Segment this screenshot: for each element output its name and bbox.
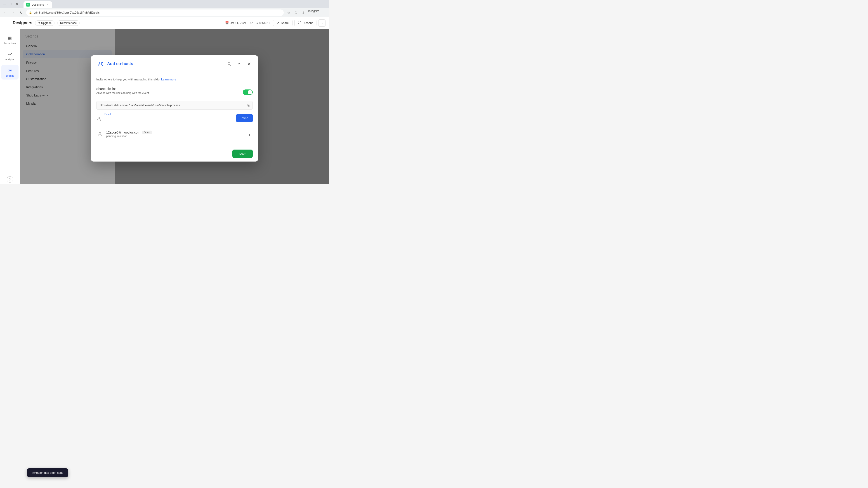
upgrade-button[interactable]: ⬆ Upgrade	[35, 20, 55, 26]
svg-line-5	[230, 65, 231, 66]
upgrade-icon: ⬆	[38, 22, 40, 25]
back-button[interactable]: ←	[4, 20, 10, 26]
close-window-button[interactable]: ✕	[14, 1, 20, 7]
present-icon: ⛶	[298, 21, 301, 25]
new-tab-button[interactable]: +	[53, 2, 59, 8]
app-container: ▦ Interactions Analytics Settings ?	[0, 29, 329, 184]
link-url-text: https://auth.slido.com/eu1/api/latest/th…	[100, 104, 246, 107]
sidebar-label-interactions: Interactions	[4, 42, 16, 45]
copy-link-button[interactable]: ⎘	[248, 103, 249, 107]
sidebar-label-analytics: Analytics	[5, 58, 14, 61]
bookmark-button[interactable]: ☆	[285, 9, 292, 16]
svg-point-7	[99, 132, 101, 134]
modal-backdrop: Add co-hosts	[20, 29, 329, 184]
shareable-link-sublabel: Anyone with the link can help with the e…	[96, 92, 150, 95]
email-input[interactable]	[104, 116, 234, 122]
save-button[interactable]: Save	[232, 150, 253, 158]
topbar-meta: 📅 Oct 11, 2024 🛡 # 8664816	[225, 21, 271, 25]
modal-header-actions: ✕	[225, 60, 253, 68]
forward-nav-button[interactable]: →	[10, 9, 16, 16]
tab-favicon: S	[26, 3, 30, 6]
url-text: admin.sli.do/event/8Goq3eqYCVaD6c1SPMVoE…	[34, 11, 281, 14]
invite-row: Email Invite	[96, 114, 253, 122]
sidebar-item-analytics[interactable]: Analytics	[1, 49, 19, 63]
email-input-group: Email	[104, 116, 234, 122]
invited-user-row: 12abce5@moodjoy.com Guest pending invita…	[96, 128, 253, 140]
left-sidebar: ▦ Interactions Analytics Settings ?	[0, 29, 20, 184]
maximize-button[interactable]: □	[8, 1, 13, 7]
modal-footer: Save	[91, 146, 258, 162]
svg-point-6	[98, 117, 100, 119]
reload-button[interactable]: ↻	[18, 9, 24, 16]
address-bar-row: ← → ↻ 🔒 admin.sli.do/event/8Goq3eqYCVaD6…	[0, 8, 329, 17]
invite-person-icon	[96, 116, 101, 122]
analytics-icon	[7, 51, 13, 57]
topbar-actions: ↗ Share ⛶ Present ···	[273, 20, 326, 27]
modal-title: Add co-hosts	[107, 61, 133, 66]
svg-point-4	[228, 63, 230, 65]
downloads-button[interactable]: ⬇	[300, 9, 306, 16]
learn-more-link[interactable]: Learn more	[161, 78, 176, 81]
user-options-button[interactable]: ⋮	[246, 131, 253, 137]
modal-title-row: Add co-hosts	[96, 60, 133, 68]
modal-description: Invite others to help you with managing …	[96, 77, 253, 82]
event-date: 📅 Oct 11, 2024	[225, 21, 246, 25]
user-info: 12abce5@moodjoy.com Guest pending invita…	[106, 131, 244, 138]
toggle-knob	[248, 90, 252, 94]
tab-close-button[interactable]: ✕	[46, 3, 49, 6]
shield-icon: 🛡	[250, 21, 253, 25]
browser-menu-button[interactable]: ⋮	[321, 9, 327, 16]
sidebar-item-settings[interactable]: Settings	[1, 65, 19, 79]
modal-search-button[interactable]	[225, 60, 233, 68]
email-label: Email	[104, 113, 111, 116]
address-bar[interactable]: 🔒 admin.sli.do/event/8Goq3eqYCVaD6c1SPMV…	[26, 9, 284, 16]
event-id: # 8664816	[256, 21, 270, 25]
back-nav-button[interactable]: ←	[2, 9, 8, 16]
sidebar-item-interactions[interactable]: ▦ Interactions	[1, 33, 19, 47]
modal-header: Add co-hosts	[91, 55, 258, 72]
tab-bar: S Designers ✕ +	[22, 0, 61, 8]
main-content: Settings General Collaboration Privacy ⓘ…	[20, 29, 329, 184]
active-tab[interactable]: S Designers ✕	[24, 1, 52, 8]
modal-close-button[interactable]: ✕	[246, 60, 253, 68]
new-interface-button[interactable]: New interface	[57, 20, 80, 26]
calendar-icon: 📅	[225, 21, 229, 25]
shareable-link-label: Shareable link	[96, 87, 150, 91]
browser-actions: ☆ ⬡ ⬇ Incognito ⋮	[285, 9, 327, 16]
modal-collapse-button[interactable]	[236, 60, 243, 68]
window-controls[interactable]: ─ □ ✕	[2, 1, 20, 7]
new-interface-label: New interface	[60, 22, 76, 25]
user-role-badge: Guest	[142, 131, 152, 134]
user-status: pending invitation	[106, 135, 244, 138]
extensions-button[interactable]: ⬡	[293, 9, 299, 16]
shareable-link-section: Shareable link Anyone with the link can …	[96, 87, 253, 97]
invite-button[interactable]: Invite	[236, 114, 253, 122]
tab-title: Designers	[32, 3, 44, 6]
incognito-label: Incognito	[307, 9, 320, 16]
help-button[interactable]: ?	[7, 176, 13, 183]
shareable-link-toggle[interactable]	[243, 90, 253, 95]
lock-icon: 🔒	[29, 11, 32, 14]
more-options-button[interactable]: ···	[318, 20, 326, 27]
sidebar-label-settings: Settings	[6, 74, 14, 77]
present-button[interactable]: ⛶ Present	[294, 20, 316, 26]
user-email: 12abce5@moodjoy.com	[106, 131, 140, 134]
app-title: Designers	[13, 21, 32, 25]
user-avatar-icon	[96, 131, 103, 138]
interactions-icon: ▦	[7, 35, 13, 41]
add-cohosts-modal: Add co-hosts	[91, 55, 258, 162]
user-email-row: 12abce5@moodjoy.com Guest	[106, 131, 244, 134]
settings-icon	[7, 67, 13, 74]
app-topbar: ← Designers ⬆ Upgrade New interface 📅 Oc…	[0, 17, 329, 29]
svg-point-0	[9, 70, 11, 71]
share-icon: ↗	[277, 21, 279, 25]
upgrade-label: Upgrade	[41, 22, 52, 25]
modal-body: Invite others to help you with managing …	[91, 72, 258, 146]
modal-person-icon	[96, 60, 104, 68]
browser-titlebar: ─ □ ✕ S Designers ✕ +	[0, 0, 329, 8]
minimize-button[interactable]: ─	[2, 1, 7, 7]
share-button[interactable]: ↗ Share	[273, 20, 292, 26]
shareable-link-url-box: https://auth.slido.com/eu1/api/latest/th…	[96, 101, 253, 109]
